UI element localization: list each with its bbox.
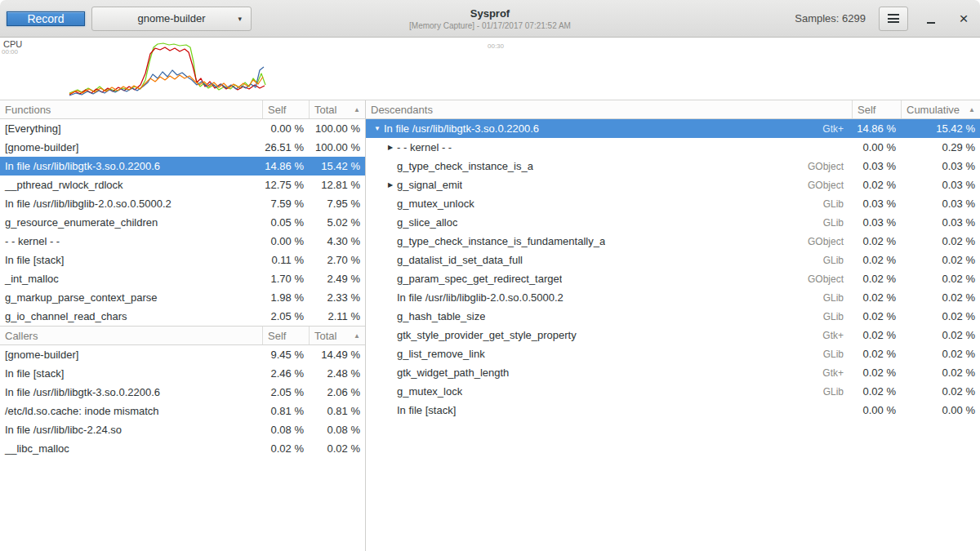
samples-count: Samples: 6299	[795, 12, 866, 24]
cell-function-name: g_param_spec_get_redirect_target	[397, 273, 562, 285]
cell-total-percent: 4.30 %	[309, 235, 365, 247]
functions-row[interactable]: [Everything]0.00 %100.00 %	[0, 119, 365, 138]
cell-self-percent: 0.03 %	[852, 160, 901, 172]
cell-self-percent: 14.86 %	[852, 122, 901, 135]
functions-row[interactable]: g_resource_enumerate_children0.05 %5.02 …	[0, 213, 365, 232]
cell-self-percent: 12.75 %	[262, 179, 309, 191]
header-right: Samples: 6299 ×	[795, 7, 973, 31]
callers-column-header[interactable]: Callers	[0, 327, 262, 344]
record-button[interactable]: Record	[7, 11, 85, 26]
window-title: Sysprof	[409, 7, 571, 20]
descendants-column-header[interactable]: Descendants	[366, 100, 852, 118]
cell-function-name: gtk_widget_path_length	[397, 367, 509, 379]
descendants-row[interactable]: g_hash_table_sizeGLib0.02 %0.02 %	[366, 307, 980, 326]
self-column-header[interactable]: Self	[852, 100, 901, 118]
functions-row[interactable]: g_io_channel_read_chars2.05 %2.11 %	[0, 307, 365, 326]
cell-cumulative-percent: 0.03 %	[901, 160, 980, 172]
sort-indicator-icon: ▲	[969, 106, 975, 113]
cell-self-percent: 0.00 %	[852, 141, 901, 153]
process-selector[interactable]: gnome-builder ▾	[91, 7, 252, 31]
callers-row[interactable]: __libc_malloc0.02 %0.02 %	[0, 439, 365, 458]
cell-self-percent: 0.02 %	[852, 235, 901, 247]
descendants-row[interactable]: ▶g_signal_emitGObject0.02 %0.03 %	[366, 176, 980, 194]
descendants-row[interactable]: g_mutex_unlockGLib0.03 %0.03 %	[366, 194, 980, 213]
cell-function-name: In file [stack]	[0, 254, 262, 266]
close-icon: ×	[959, 11, 968, 26]
cumulative-column-header[interactable]: Cumulative ▲	[901, 100, 980, 118]
descendants-row[interactable]: g_list_remove_linkGLib0.02 %0.02 %	[366, 344, 980, 363]
cell-self-percent: 0.02 %	[852, 179, 901, 191]
callers-row[interactable]: In file [stack]2.46 %2.48 %	[0, 364, 365, 383]
total-column-header[interactable]: Total ▲	[309, 100, 365, 118]
functions-row[interactable]: _int_malloc1.70 %2.49 %	[0, 269, 365, 288]
self-column-header[interactable]: Self	[262, 327, 309, 344]
functions-column-header[interactable]: Functions	[0, 100, 262, 118]
functions-row[interactable]: In file [stack]0.11 %2.70 %	[0, 251, 365, 269]
cell-total-percent: 0.02 %	[309, 442, 365, 455]
cell-function-name: g_markup_parse_context_parse	[0, 291, 262, 304]
functions-row[interactable]: - - kernel - -0.00 %4.30 %	[0, 232, 365, 251]
cell-self-percent: 2.46 %	[262, 367, 309, 380]
cell-self-percent: 2.05 %	[262, 310, 309, 322]
callers-row[interactable]: In file /usr/lib/libc-2.24.so0.08 %0.08 …	[0, 420, 365, 439]
descendants-row[interactable]: In file /usr/lib/libglib-2.0.so.0.5000.2…	[366, 288, 980, 307]
cell-self-percent: 0.00 %	[262, 235, 309, 247]
functions-row[interactable]: In file /usr/lib/libgtk-3.so.0.2200.614.…	[0, 157, 365, 176]
callers-table-header: Callers Self Total ▲	[0, 326, 365, 345]
close-button[interactable]: ×	[954, 7, 973, 30]
descendants-row[interactable]: g_datalist_id_set_data_fullGLib0.02 %0.0…	[366, 251, 980, 269]
cell-total-percent: 100.00 %	[309, 141, 365, 153]
right-pane: Descendants Self Cumulative ▲ ▼In file /…	[366, 100, 980, 551]
headerbar: Record gnome-builder ▾ Sysprof [Memory C…	[0, 0, 980, 38]
descendants-row[interactable]: gtk_style_provider_get_style_propertyGtk…	[366, 326, 980, 344]
menu-button[interactable]	[879, 7, 908, 31]
cell-cumulative-percent: 0.02 %	[901, 254, 980, 266]
cell-total-percent: 2.48 %	[309, 367, 365, 380]
cell-self-percent: 1.70 %	[262, 273, 309, 285]
cell-cumulative-percent: 0.29 %	[901, 141, 980, 153]
functions-row[interactable]: In file /usr/lib/libglib-2.0.so.0.5000.2…	[0, 194, 365, 213]
expander-expanded-icon[interactable]: ▼	[371, 125, 384, 132]
callers-row[interactable]: /etc/ld.so.cache: inode mismatch0.81 %0.…	[0, 402, 365, 420]
cell-function-name: _int_malloc	[0, 273, 262, 285]
minimize-button[interactable]	[921, 7, 941, 30]
cell-self-percent: 9.45 %	[262, 349, 309, 361]
descendants-row[interactable]: ▼In file /usr/lib/libgtk-3.so.0.2200.6Gt…	[366, 119, 980, 138]
cpu-graph[interactable]: CPU 00:00 00:30	[0, 38, 980, 100]
expander-collapsed-icon[interactable]: ▶	[384, 144, 397, 151]
expander-collapsed-icon[interactable]: ▶	[384, 181, 397, 189]
self-column-header[interactable]: Self	[262, 100, 309, 118]
cell-total-percent: 2.11 %	[309, 310, 365, 322]
cell-function-name: g_mutex_lock	[397, 385, 462, 398]
callers-row[interactable]: [gnome-builder]9.45 %14.49 %	[0, 345, 365, 364]
cell-function-name: g_mutex_unlock	[397, 198, 474, 210]
cell-function-name: g_type_check_instance_is_a	[397, 160, 533, 172]
descendants-row[interactable]: g_type_check_instance_is_aGObject0.03 %0…	[366, 157, 980, 176]
descendants-row[interactable]: g_mutex_lockGLib0.02 %0.02 %	[366, 382, 980, 401]
callers-row[interactable]: In file /usr/lib/libgtk-3.so.0.2200.62.0…	[0, 383, 365, 402]
cell-library-badge: Gtk+	[822, 330, 852, 341]
descendants-row[interactable]: gtk_widget_path_lengthGtk+0.02 %0.02 %	[366, 363, 980, 382]
functions-row[interactable]: [gnome-builder]26.51 %100.00 %	[0, 138, 365, 157]
descendants-row[interactable]: In file [stack]0.00 %0.00 %	[366, 401, 980, 420]
total-column-label: Total	[314, 330, 336, 342]
cell-total-percent: 2.49 %	[309, 273, 365, 285]
descendants-row[interactable]: g_slice_allocGLib0.03 %0.03 %	[366, 213, 980, 232]
cell-cumulative-percent: 0.02 %	[901, 291, 980, 304]
cell-function-name: In file /usr/lib/libgtk-3.so.0.2200.6	[384, 122, 539, 135]
total-column-header[interactable]: Total ▲	[309, 327, 365, 344]
descendants-row[interactable]: g_type_check_instance_is_fundamentally_a…	[366, 232, 980, 251]
cell-total-percent: 0.81 %	[309, 405, 365, 417]
callers-table-body: [gnome-builder]9.45 %14.49 %In file [sta…	[0, 345, 365, 458]
functions-row[interactable]: g_markup_parse_context_parse1.98 %2.33 %	[0, 288, 365, 307]
functions-row[interactable]: __pthread_rwlock_rdlock12.75 %12.81 %	[0, 176, 365, 194]
descendants-row[interactable]: g_param_spec_get_redirect_targetGObject0…	[366, 269, 980, 288]
descendants-row[interactable]: ▶- - kernel - -0.00 %0.29 %	[366, 138, 980, 157]
left-pane: Functions Self Total ▲ [Everything]0.00 …	[0, 100, 366, 551]
cell-self-percent: 2.05 %	[262, 386, 309, 398]
cell-self-percent: 0.02 %	[852, 273, 901, 285]
cell-self-percent: 0.02 %	[852, 385, 901, 398]
cell-function-name: In file /usr/lib/libgtk-3.so.0.2200.6	[0, 386, 262, 398]
cell-function-name: [Everything]	[0, 122, 262, 135]
cell-function-name: [gnome-builder]	[0, 349, 262, 361]
